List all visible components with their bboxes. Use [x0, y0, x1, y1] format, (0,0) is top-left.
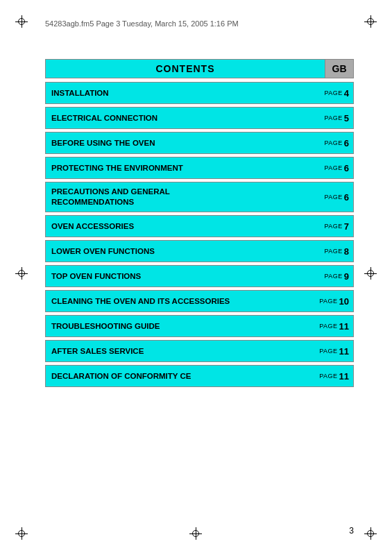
- crosshair-mid-right: [364, 267, 377, 280]
- toc-page-num: 8: [344, 246, 349, 257]
- toc-page-word: PAGE: [324, 164, 342, 171]
- toc-page-word: PAGE: [324, 248, 342, 255]
- gb-label: GB: [325, 59, 354, 78]
- toc-page-num: 9: [344, 271, 349, 282]
- toc-item: TROUBLESHOOTING GUIDEPAGE11: [45, 315, 354, 337]
- toc-page-num: 7: [344, 221, 349, 232]
- toc-page: PAGE11: [315, 318, 353, 335]
- contents-title: CONTENTS: [45, 59, 325, 78]
- toc-label: CLEANING THE OVEN AND ITS ACCESSORIES: [46, 293, 315, 310]
- toc-page: PAGE11: [315, 343, 353, 360]
- toc-label: INSTALLATION: [46, 85, 320, 102]
- toc-label: ELECTRICAL CONNECTION: [46, 110, 320, 127]
- crosshair-top-right: [364, 15, 377, 28]
- toc-page-num: 10: [339, 296, 349, 307]
- toc-label: PRECAUTIONS AND GENERALRECOMMENDATIONS: [46, 183, 320, 211]
- toc-page-word: PAGE: [319, 298, 337, 305]
- crosshair-bottom-right: [364, 527, 377, 540]
- toc-item: BEFORE USING THE OVENPAGE6: [45, 132, 354, 154]
- toc-page-word: PAGE: [324, 223, 342, 230]
- toc-list: INSTALLATIONPAGE4ELECTRICAL CONNECTIONPA…: [45, 82, 354, 387]
- toc-page: PAGE8: [320, 243, 353, 260]
- toc-item: CLEANING THE OVEN AND ITS ACCESSORIESPAG…: [45, 290, 354, 312]
- toc-item: DECLARATION OF CONFORMITY CEPAGE11: [45, 365, 354, 387]
- toc-page: PAGE9: [320, 268, 353, 285]
- toc-page-num: 5: [344, 113, 349, 123]
- toc-page-word: PAGE: [319, 348, 337, 355]
- page: 54283agb.fm5 Page 3 Tuesday, March 15, 2…: [0, 0, 392, 555]
- content-area: CONTENTS GB INSTALLATIONPAGE4ELECTRICAL …: [45, 59, 354, 390]
- crosshair-bottom-mid: [189, 527, 202, 540]
- toc-page-num: 6: [344, 138, 349, 148]
- toc-page-num: 4: [344, 88, 349, 99]
- toc-label: PROTECTING THE ENVIRONMENT: [46, 160, 320, 177]
- toc-page: PAGE7: [320, 218, 353, 235]
- toc-item: OVEN ACCESSORIESPAGE7: [45, 215, 354, 237]
- toc-item: ELECTRICAL CONNECTIONPAGE5: [45, 107, 354, 129]
- toc-page-word: PAGE: [324, 139, 342, 146]
- page-number: 3: [349, 526, 354, 536]
- toc-label: AFTER SALES SERVICE: [46, 343, 315, 360]
- toc-page-word: PAGE: [324, 273, 342, 280]
- toc-page: PAGE6: [320, 160, 353, 177]
- toc-page: PAGE6: [320, 135, 353, 152]
- toc-page-num: 11: [339, 321, 349, 332]
- toc-page-word: PAGE: [319, 373, 337, 379]
- title-row: CONTENTS GB: [45, 59, 354, 78]
- toc-page-word: PAGE: [324, 194, 342, 200]
- toc-label: LOWER OVEN FUNCTIONS: [46, 243, 320, 260]
- crosshair-mid-left: [15, 267, 28, 280]
- toc-page: PAGE6: [320, 189, 353, 206]
- toc-label: DECLARATION OF CONFORMITY CE: [46, 368, 315, 385]
- crosshair-bottom-left: [15, 527, 28, 540]
- crosshair-top-left: [15, 15, 28, 28]
- toc-page: PAGE11: [315, 368, 353, 385]
- toc-item: INSTALLATIONPAGE4: [45, 82, 354, 104]
- toc-label: TOP OVEN FUNCTIONS: [46, 268, 320, 285]
- toc-page: PAGE10: [315, 293, 353, 310]
- toc-label: OVEN ACCESSORIES: [46, 218, 320, 235]
- toc-item: TOP OVEN FUNCTIONSPAGE9: [45, 265, 354, 287]
- toc-page-word: PAGE: [324, 89, 342, 96]
- toc-page-num: 11: [339, 346, 349, 357]
- toc-page: PAGE4: [320, 85, 353, 102]
- toc-label: TROUBLESHOOTING GUIDE: [46, 318, 315, 335]
- toc-item: PROTECTING THE ENVIRONMENTPAGE6: [45, 157, 354, 179]
- toc-label: BEFORE USING THE OVEN: [46, 135, 320, 152]
- toc-item: LOWER OVEN FUNCTIONSPAGE8: [45, 240, 354, 262]
- toc-page-word: PAGE: [319, 323, 337, 330]
- toc-page-num: 6: [344, 192, 349, 203]
- header-meta: 54283agb.fm5 Page 3 Tuesday, March 15, 2…: [45, 19, 239, 28]
- toc-page-num: 11: [339, 371, 349, 382]
- toc-item: PRECAUTIONS AND GENERALRECOMMENDATIONSPA…: [45, 182, 354, 212]
- toc-page: PAGE5: [320, 110, 353, 127]
- toc-page-num: 6: [344, 163, 349, 173]
- toc-page-word: PAGE: [324, 114, 342, 121]
- toc-item: AFTER SALES SERVICEPAGE11: [45, 340, 354, 362]
